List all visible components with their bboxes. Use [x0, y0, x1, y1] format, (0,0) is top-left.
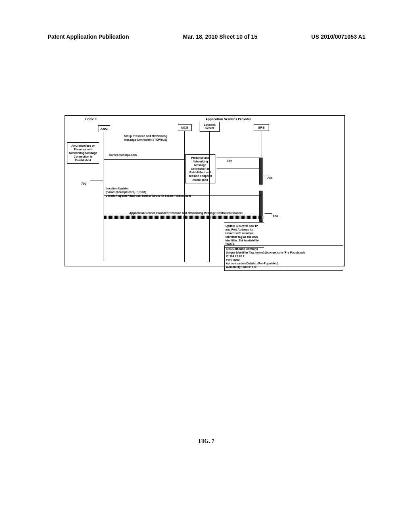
srs-db-l4: Authentication Details: (Pre-Populated) [226, 262, 278, 265]
arrow-setup [104, 159, 184, 160]
ref-702: 702 [227, 159, 232, 163]
update-srs-box: Update SRS with new IP and Port Address … [224, 222, 264, 248]
home-title: Home 1 [70, 117, 112, 121]
channel-label: Application Service Provider Presence an… [109, 212, 263, 214]
srs-db-title: SRS Database Contains [226, 247, 258, 250]
ref-704: 704 [267, 176, 272, 180]
ref-700-line [90, 181, 103, 181]
header-center: Mar. 18, 2010 Sheet 10 of 15 [183, 33, 257, 40]
srs-db-l5: Availability Status: Y/N [226, 266, 257, 268]
srs-db-l1: Unique Identifier Tag: home1@compx.com (… [226, 251, 305, 254]
srs-db-l3: Port: 5060 [226, 258, 240, 261]
ls-lifeline [209, 131, 210, 262]
srs-activation-1 [259, 158, 263, 185]
srs-db-l2: IP:164.21.20.2 [226, 255, 244, 258]
ang-init-label: ANG Initializes or Presence and Networki… [67, 142, 99, 164]
arrow-702-top [217, 158, 261, 158]
loc-update-title: Location Update: [106, 187, 129, 190]
mcs-box: MCS [178, 124, 192, 131]
ang-lifeline [104, 132, 104, 261]
asp-title: Application Services Provider [184, 117, 273, 121]
header-left: Patent Application Publication [48, 33, 129, 40]
home-email: home1@compx.com [109, 154, 137, 156]
srs-database-box: SRS Database Contains Unique Identifier … [224, 245, 343, 271]
header-right: US 2010/0071053 A1 [311, 33, 365, 40]
loc-update-body: (home1@compx.com, IP, Port) [106, 191, 146, 193]
sequence-diagram: Home 1 Application Services Provider ANG… [65, 115, 345, 266]
srs-lifeline [261, 131, 261, 157]
ang-box: ANG [98, 125, 110, 132]
arrow-702-bot [217, 168, 261, 168]
ref-704-line [261, 175, 267, 175]
ref-706: 706 [273, 214, 278, 218]
connection-established-label: Presence and Networking Message Connecti… [185, 154, 215, 183]
location-server-box: Location Server [200, 122, 220, 132]
ref-700: 700 [81, 182, 86, 185]
channel-bar [104, 216, 263, 219]
figure-caption: FIG. 7 [0, 438, 413, 445]
ref-706-line [265, 213, 272, 214]
arrow-location-update [104, 195, 261, 196]
srs-box: SRS [254, 124, 269, 131]
setup-label: Setup Presence and Networking Message Co… [121, 134, 170, 141]
location-update-text: Location Update: (home1@compx.com, IP, P… [106, 187, 191, 197]
